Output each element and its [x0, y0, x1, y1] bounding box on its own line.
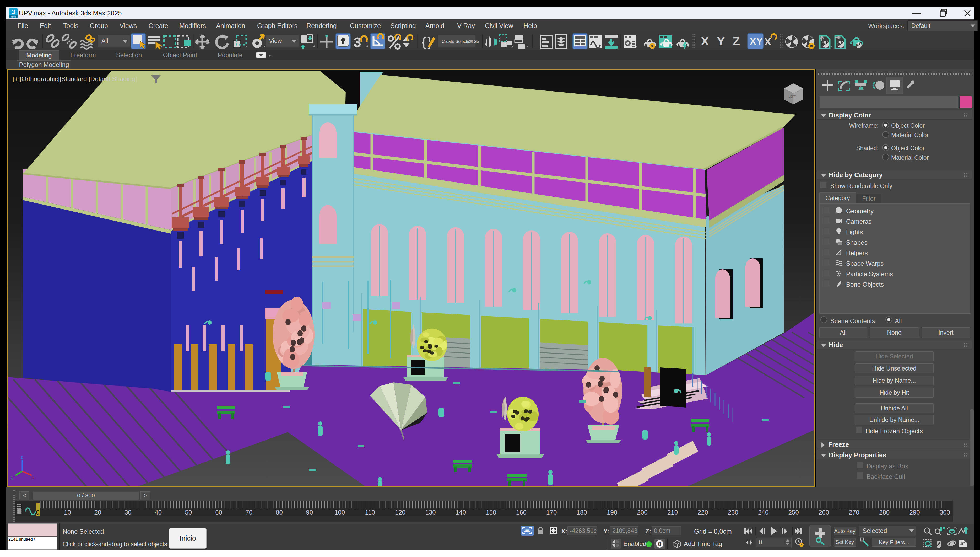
svg-text:150: 150: [486, 509, 496, 516]
svg-text:110: 110: [365, 509, 375, 516]
svg-text:Z: Z: [733, 34, 740, 48]
svg-text:300: 300: [939, 509, 950, 516]
svg-text:LEFT: LEFT: [789, 95, 796, 98]
svg-text:290: 290: [909, 509, 920, 516]
svg-text:z: z: [21, 455, 23, 459]
svg-text:60: 60: [215, 509, 222, 516]
svg-text:220: 220: [697, 509, 708, 516]
svg-text:210: 210: [667, 509, 678, 516]
svg-text:180: 180: [577, 509, 587, 516]
svg-text:40: 40: [154, 509, 162, 516]
svg-text:0: 0: [658, 541, 661, 547]
svg-text:X: X: [701, 34, 709, 48]
svg-text:MAX: MAX: [11, 16, 16, 18]
svg-text:160: 160: [516, 509, 527, 516]
svg-text:XY: XY: [749, 36, 763, 47]
svg-text:x: x: [32, 476, 34, 480]
svg-text:130: 130: [426, 509, 436, 516]
svg-text:y: y: [11, 476, 13, 480]
svg-text:0: 0: [36, 509, 39, 516]
svg-text:170: 170: [546, 509, 557, 516]
svg-text:260: 260: [819, 509, 829, 516]
svg-text:{: {: [422, 34, 426, 49]
svg-text:X: X: [764, 36, 771, 47]
svg-text:140: 140: [455, 509, 466, 516]
svg-text:200: 200: [637, 509, 648, 516]
svg-text:100: 100: [335, 509, 345, 516]
svg-text:250: 250: [788, 509, 799, 516]
svg-text:240: 240: [758, 509, 769, 516]
svg-text:Create Selection Se: Create Selection Se: [442, 39, 479, 44]
svg-text:[+][Orthographic][Standard][De: [+][Orthographic][Standard][Default Shad…: [13, 75, 137, 82]
svg-text:230: 230: [728, 509, 738, 516]
svg-text:50: 50: [185, 509, 192, 516]
svg-text:90: 90: [306, 509, 313, 516]
svg-text:120: 120: [395, 509, 405, 516]
svg-text:10: 10: [64, 509, 71, 516]
svg-text:20: 20: [94, 509, 101, 516]
svg-text:280: 280: [879, 509, 890, 516]
svg-text:70: 70: [245, 509, 253, 516]
svg-text:3: 3: [11, 8, 15, 15]
svg-text:All: All: [101, 37, 108, 44]
svg-text:View: View: [269, 37, 282, 44]
svg-text:80: 80: [276, 509, 283, 516]
svg-text:190: 190: [607, 509, 617, 516]
svg-text:30: 30: [125, 509, 132, 516]
svg-text:3: 3: [354, 34, 361, 50]
svg-text:270: 270: [849, 509, 860, 516]
svg-text:Y: Y: [717, 34, 725, 48]
